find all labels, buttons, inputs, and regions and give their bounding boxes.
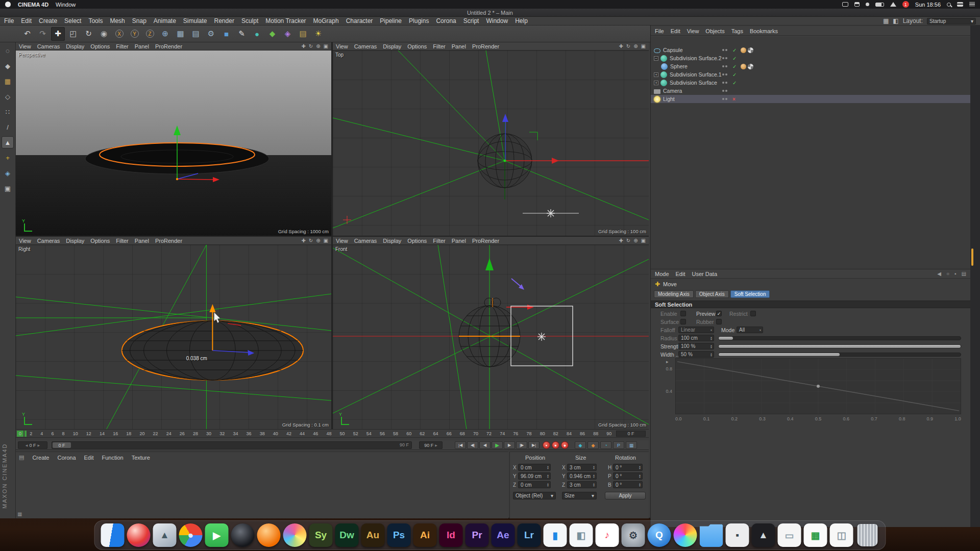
workplane-icon[interactable]: ◇ — [2, 90, 14, 103]
viewport-menu-item[interactable]: ProRender — [472, 43, 499, 49]
locked-workplane-icon[interactable]: ▣ — [2, 182, 14, 194]
menu-item[interactable]: Character — [346, 17, 373, 24]
clock-label[interactable]: Sun 18:56 — [915, 2, 941, 8]
viewport-menu-item[interactable]: Panel — [135, 43, 149, 49]
menu-item[interactable]: Edit — [21, 17, 32, 24]
coord-mode-dropdown[interactable]: Object (Rel)▾ — [513, 492, 556, 499]
viewport-front[interactable]: ViewCamerasDisplayOptionsFilterPanelProR… — [333, 237, 649, 429]
viewport-menu-item[interactable]: Cameras — [37, 238, 60, 244]
panel-tab-marker[interactable] — [971, 248, 973, 266]
position-x-field[interactable]: 0 cm▲▼ — [518, 464, 551, 471]
om-menu-item[interactable]: Tags — [731, 28, 743, 34]
object-row[interactable]: Camera — [651, 87, 970, 95]
viewport-menu-item[interactable]: ProRender — [155, 43, 182, 49]
texture-tags[interactable] — [741, 47, 753, 53]
viewport-menu-item[interactable]: Cameras — [37, 43, 60, 49]
attribute-tab[interactable]: Object Axis — [695, 290, 729, 298]
timeline-slider[interactable]: 0 F 90 F — [52, 441, 412, 449]
subdivision-surface-icon[interactable]: ● — [250, 27, 264, 41]
viewport-menu-item[interactable]: Options — [90, 43, 110, 49]
object-row[interactable]: Capsule ✓ — [651, 46, 970, 54]
zoom-view-icon[interactable]: ⊕ — [316, 238, 320, 243]
enable-mark[interactable]: ✓ — [732, 64, 737, 69]
snap-icon[interactable]: ◈ — [2, 167, 14, 179]
white-box-app-icon[interactable]: ▪ — [726, 523, 749, 547]
object-name[interactable]: Light — [663, 96, 675, 102]
downloads-folder-icon[interactable] — [700, 523, 723, 547]
photos-icon[interactable] — [283, 523, 307, 547]
ruler-frame-box[interactable]: 0 F — [616, 431, 646, 437]
edges-mode-icon[interactable]: / — [2, 121, 14, 133]
layout-dropdown[interactable]: Startup▾ — [927, 18, 976, 24]
viewport-menu-item[interactable]: Filter — [116, 238, 128, 244]
lock-icon[interactable]: ▪ — [954, 271, 957, 277]
om-menu-item[interactable]: Objects — [705, 28, 724, 34]
object-name[interactable]: Sphere — [670, 63, 688, 69]
rotation-b-field[interactable]: 0 °▲▼ — [613, 481, 643, 488]
goto-start-button[interactable]: |◀ — [455, 441, 466, 449]
back-icon[interactable]: ◀ — [937, 271, 941, 277]
mograph-icon[interactable]: ◆ — [265, 27, 279, 41]
om-menu-item[interactable]: File — [655, 28, 664, 34]
y-axis-handle[interactable] — [485, 258, 494, 270]
render-view-icon[interactable]: ▦ — [174, 27, 187, 41]
menu-item[interactable]: Motion Tracker — [265, 17, 306, 24]
end-frame-field[interactable]: 90 F▶ — [419, 441, 443, 449]
om-menu-item[interactable]: Bookmarks — [750, 28, 778, 34]
front-scene[interactable]: Front Grid Spacing : 100 cm Y — [333, 245, 649, 429]
deformer-icon[interactable]: ◈ — [281, 27, 295, 41]
surface-checkbox[interactable] — [680, 319, 686, 324]
next-key-button[interactable]: |▶ — [516, 441, 527, 449]
am-menu-item[interactable]: Edit — [676, 271, 685, 277]
menu-item[interactable]: Tools — [88, 17, 103, 24]
toggle-view-icon[interactable]: ▣ — [641, 43, 646, 49]
attribute-tab[interactable]: Soft Selection — [730, 290, 770, 298]
keyframe-position-icon[interactable]: ◆ — [575, 441, 586, 449]
restrict-checkbox[interactable] — [750, 311, 756, 316]
radius-slider[interactable] — [718, 336, 961, 340]
model-mode-icon[interactable]: ◆ — [2, 60, 14, 72]
menu-item[interactable]: Plugins — [409, 17, 429, 24]
viewport-menu-item[interactable]: Cameras — [354, 238, 377, 244]
menu-item[interactable]: Corona — [436, 17, 456, 24]
audition-icon[interactable]: Au — [361, 523, 385, 547]
aftereffects-icon[interactable]: Ae — [492, 523, 515, 547]
illustrator-icon[interactable]: Ai — [413, 523, 437, 547]
position-y-field[interactable]: 96.09 cm▲▼ — [518, 472, 551, 480]
next-frame-button[interactable]: ▶ — [504, 441, 515, 449]
pan-view-icon[interactable]: ✚ — [301, 238, 305, 243]
menu-item[interactable]: Mesh — [110, 17, 125, 24]
prev-frame-button[interactable]: ◀ — [479, 441, 491, 449]
viewport-menu-item[interactable]: Panel — [135, 238, 149, 244]
trash-icon[interactable] — [856, 523, 879, 547]
music-icon[interactable]: ♪ — [596, 523, 619, 547]
mac-app-name[interactable]: CINEMA 4D — [18, 2, 48, 8]
menu-item[interactable]: Sculpt — [241, 17, 258, 24]
falloff-curve[interactable] — [675, 358, 961, 414]
object-row[interactable]: + Subdivision Surface ✓ — [651, 79, 970, 87]
spline-pen-icon[interactable]: ✎ — [235, 27, 249, 41]
enable-axis-icon[interactable]: + — [2, 152, 14, 164]
polygons-mode-icon[interactable]: ▲ — [2, 136, 14, 148]
size-x-field[interactable]: 3 cm▲▼ — [567, 464, 597, 471]
menu-item[interactable]: Window — [486, 17, 508, 24]
visibility-dots[interactable] — [722, 82, 727, 84]
curve-control-point[interactable] — [817, 385, 820, 388]
add-primitive-icon[interactable]: ■ — [219, 27, 233, 41]
z-axis-handle[interactable] — [511, 279, 521, 287]
om-menu-item[interactable]: View — [687, 28, 699, 34]
viewport-menu-item[interactable]: ProRender — [472, 238, 499, 244]
object-name[interactable]: Camera — [663, 88, 682, 94]
zoom-view-icon[interactable]: ⊕ — [633, 238, 638, 243]
strength-slider[interactable] — [718, 344, 961, 348]
size-z-field[interactable]: 3 cm▲▼ — [567, 481, 597, 488]
object-name[interactable]: Subdivision Surface.1 — [670, 71, 722, 78]
viewport-right[interactable]: ViewCamerasDisplayOptionsFilterPanelProR… — [16, 237, 331, 429]
z-axis-lock-icon[interactable]: Z — [143, 27, 157, 41]
visibility-dots[interactable] — [722, 57, 727, 59]
rotate-tool-icon[interactable]: ↻ — [82, 27, 95, 41]
undo-icon[interactable]: ↶ — [20, 27, 34, 41]
texture-tags[interactable] — [741, 64, 753, 69]
falloff-dropdown[interactable]: Linear ▼ — [678, 327, 714, 333]
toggle-view-icon[interactable]: ▣ — [324, 238, 328, 243]
